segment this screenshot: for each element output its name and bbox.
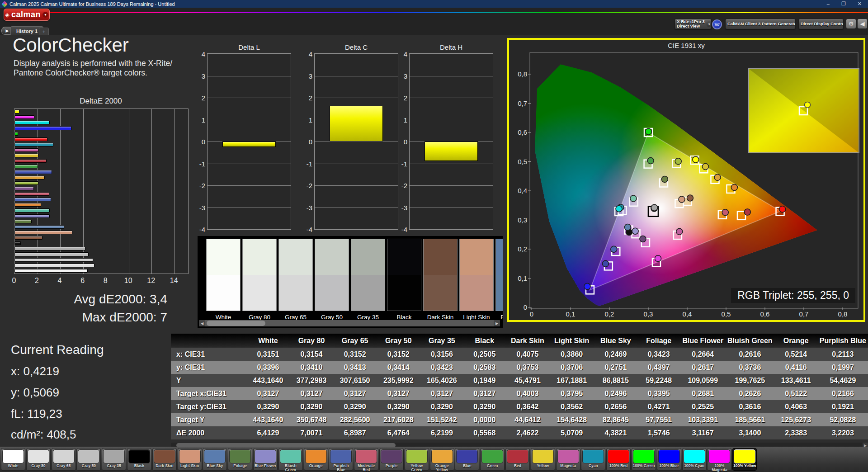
swatch-scrollbar-thumb[interactable]	[207, 321, 265, 326]
patch-tile-100-magenta[interactable]: 100% Magenta	[707, 448, 731, 471]
patch-tile-cyan[interactable]: Cyan	[581, 448, 605, 471]
swatch-gray-35: Gray 35	[351, 239, 385, 311]
patch-swatch	[255, 449, 276, 463]
table-cell: 0,3423	[420, 361, 463, 374]
patch-tile-moderate-red[interactable]: Moderate Red	[354, 448, 378, 471]
patch-label: Yellow	[531, 464, 555, 468]
swatch-scrollbar[interactable]: ◀ ▶	[199, 320, 500, 326]
patch-tile-black[interactable]: Black	[127, 448, 151, 471]
patch-tile-blue-flower[interactable]: Blue Flower	[253, 448, 278, 471]
patch-tile-100-red[interactable]: 100% Red	[606, 448, 631, 471]
deltae-x-axis: 02468101214	[14, 277, 189, 286]
deltae-bar-gray-65	[14, 258, 93, 262]
table-row: Target Y443,1640350,6748282,5600217,6028…	[171, 413, 868, 426]
actual-swatch	[423, 239, 458, 275]
y-tick-label: 2	[404, 94, 410, 102]
measured-point-bluish-green	[630, 195, 637, 202]
table-cell: 0,3616	[726, 400, 774, 413]
patch-tile-foliage[interactable]: Foliage	[228, 448, 252, 471]
y-tick-label: 4	[309, 50, 315, 58]
swatch-light-skin: Light Skin	[459, 239, 494, 311]
meter-status-badge[interactable]: 707	[712, 19, 722, 29]
close-button[interactable]: ✕	[858, 1, 862, 7]
patch-tile-100-yellow[interactable]: 100% Yellow	[732, 448, 757, 471]
deltae-chart-title: DeltaE 2000	[13, 97, 189, 106]
table-cell: 0,3156	[420, 348, 463, 361]
y-tick-label: 4	[202, 50, 208, 58]
table-cell: 0,2664	[680, 348, 726, 361]
gridline	[208, 76, 291, 76]
patch-tile-gray-35[interactable]: Gray 35	[102, 448, 126, 471]
patch-tile-blue[interactable]: Blue	[455, 448, 479, 471]
patch-tile-gray-50[interactable]: Gray 50	[76, 448, 101, 471]
y-tick-label: 0,1	[518, 274, 527, 282]
table-cell: 0,5568	[463, 426, 505, 439]
table-cell: 0,3127	[377, 387, 420, 400]
patch-tile-dark-skin[interactable]: Dark Skin	[152, 448, 177, 471]
table-cell: 0,2583	[463, 361, 505, 374]
patch-tile-gray-80[interactable]: Gray 80	[26, 448, 51, 471]
table-cell: 0,3290	[246, 400, 290, 413]
table-cell: 52,0828	[818, 413, 868, 426]
maximize-button[interactable]: ❐	[841, 1, 846, 7]
measured-point-light-skin	[679, 196, 685, 203]
y-tick-label: -3	[401, 203, 410, 211]
deltae-bar-100-red	[14, 137, 47, 141]
patch-tile-gray-65[interactable]: Gray 65	[52, 448, 76, 471]
patch-tile-orange-yellow[interactable]: Orange Yellow	[430, 448, 454, 471]
patch-tile-purplish-blue[interactable]: Purplish Blue	[329, 448, 353, 471]
patch-swatch	[481, 449, 503, 463]
minimize-button[interactable]: –	[827, 1, 830, 7]
column-header: Foliage	[637, 334, 680, 348]
table-cell: 0,4063	[774, 400, 818, 413]
swatch-label: Dark Skin	[423, 314, 458, 321]
measured-point-orange-yellow	[714, 174, 721, 180]
scroll-left-icon[interactable]: ◀	[199, 320, 205, 326]
patch-tile-bluish-green[interactable]: Bluish Green	[278, 448, 303, 471]
patch-tile-yellow[interactable]: Yellow	[531, 448, 555, 471]
table-cell: 0,3736	[726, 361, 774, 374]
gridline	[315, 142, 398, 142]
settings-gear-button[interactable]: ⚙	[846, 19, 856, 29]
patch-tile-red[interactable]: Red	[505, 448, 530, 471]
row-label: y: CIE31	[171, 361, 246, 374]
device-label: Direct Display Control	[801, 22, 844, 26]
gridline	[208, 98, 291, 98]
patch-label: Moderate Red	[354, 464, 378, 472]
table-cell: 350,6748	[290, 413, 333, 426]
patch-tile-magenta[interactable]: Magenta	[556, 448, 580, 471]
calman-window: Calman 2025 Calman Ultimate for Business…	[0, 0, 868, 472]
x-tick-label: 0	[12, 277, 16, 285]
patch-swatch	[633, 449, 655, 463]
deltae-bar-black	[14, 241, 21, 245]
patch-tile-white[interactable]: White	[1, 448, 25, 471]
patch-label: Foliage	[228, 464, 252, 468]
swatch-black: Black	[387, 239, 421, 311]
collapse-panel-button[interactable]: ◀	[857, 19, 868, 29]
gridline	[410, 164, 493, 164]
logo-dropdown-icon: ▼	[42, 12, 48, 18]
calman-menu-button[interactable]: ◈ calman ▼	[4, 9, 50, 21]
patch-tile-100-cyan[interactable]: 100% Cyan	[682, 448, 707, 471]
device-dropdown-2[interactable]: CalMAN Client 3 Pattern Generator▼	[725, 19, 796, 29]
table-cell: 0,2505	[463, 348, 505, 361]
patch-tile-light-skin[interactable]: Light Skin	[178, 448, 202, 471]
patch-tile-green[interactable]: Green	[480, 448, 505, 471]
patch-tile-purple[interactable]: Purple	[379, 448, 404, 471]
swatch-white: White	[206, 239, 241, 311]
current-reading-title: Current Reading	[11, 343, 104, 357]
patch-tile-blue-sky[interactable]: Blue Sky	[203, 448, 227, 471]
patch-tile-orange[interactable]: Orange	[304, 448, 328, 471]
patch-tile-yellow-green[interactable]: Yellow Green	[405, 448, 429, 471]
patch-swatch	[406, 449, 428, 463]
scroll-right-icon[interactable]: ▶	[494, 320, 500, 326]
table-cell: 133,4611	[774, 374, 818, 387]
page-description: Display analysis is performed with the X…	[14, 59, 172, 78]
table-cell: 0,3414	[377, 361, 420, 374]
measured-point-red	[744, 209, 750, 215]
page-title: ColorChecker	[13, 34, 129, 56]
device-dropdown-3[interactable]: Direct Display Control▼	[798, 19, 844, 29]
patch-tile-100-blue[interactable]: 100% Blue	[657, 448, 681, 471]
device-dropdown-1[interactable]: X-Rite i1Pro 3Direct View▼	[675, 19, 712, 29]
patch-tile-100-green[interactable]: 100% Green	[632, 448, 656, 471]
